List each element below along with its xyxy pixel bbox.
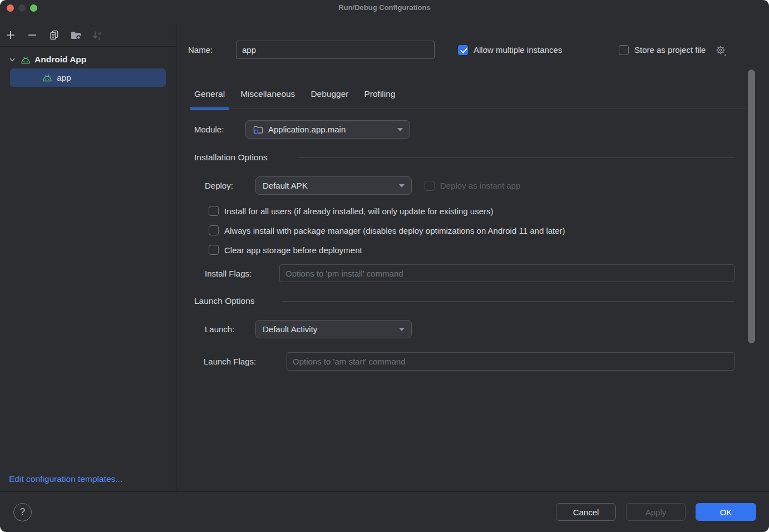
deploy-instant-app-checkbox — [425, 181, 435, 191]
deploy-value: Default APK — [263, 181, 308, 190]
tree-group-android-app[interactable]: Android App — [0, 53, 86, 66]
vertical-scrollbar-thumb[interactable] — [748, 70, 755, 343]
tree-group-label: Android App — [34, 55, 86, 65]
store-as-project-file-label: Store as project file — [634, 45, 706, 55]
edit-configuration-templates-link[interactable]: Edit configuration templates... — [9, 474, 122, 484]
tab-miscellaneous[interactable]: Miscellaneous — [236, 86, 299, 102]
installation-options-header: Installation Options — [194, 151, 268, 164]
remove-configuration-button[interactable] — [26, 29, 38, 41]
tree-item-app[interactable]: app — [10, 68, 166, 87]
store-settings-button[interactable] — [714, 44, 727, 56]
cancel-button[interactable]: Cancel — [556, 503, 616, 521]
install-flags-row: Install Flags: — [205, 264, 252, 282]
question-mark-icon: ? — [20, 506, 25, 518]
dropdown-caret-icon — [399, 328, 405, 331]
always-install-package-manager-checkbox[interactable] — [209, 225, 219, 235]
configuration-editor: Name: Allow multiple instances Store as … — [176, 23, 769, 491]
tab-debugger-label: Debugger — [310, 89, 348, 99]
installation-options-divider — [299, 157, 735, 158]
minus-icon — [26, 29, 38, 41]
module-value: Application.app.main — [268, 125, 346, 134]
launch-options-divider — [282, 301, 735, 302]
install-all-users-checkbox[interactable] — [209, 206, 219, 216]
sidebar-toolbar: a z — [0, 23, 176, 47]
store-as-project-file-option: Store as project file — [619, 41, 727, 59]
gear-icon — [714, 44, 727, 56]
ok-button[interactable]: OK — [696, 503, 756, 521]
tab-debugger[interactable]: Debugger — [306, 86, 353, 102]
tab-miscellaneous-label: Miscellaneous — [240, 89, 295, 99]
always-install-package-manager-option: Always install with package manager (dis… — [209, 224, 565, 237]
add-configuration-button[interactable] — [4, 29, 17, 41]
allow-multiple-instances-checkbox[interactable] — [458, 45, 468, 55]
tab-general[interactable]: General — [190, 86, 229, 102]
module-dropdown[interactable]: Application.app.main — [245, 120, 410, 139]
svg-text:a: a — [98, 29, 101, 35]
clear-app-storage-checkbox[interactable] — [209, 245, 219, 255]
titlebar: Run/Debug Configurations — [0, 0, 769, 23]
deploy-instant-app-option: Deploy as instant app — [425, 176, 520, 195]
tree-item-label: app — [57, 73, 71, 83]
launch-row: Launch: — [205, 320, 234, 338]
new-folder-icon — [70, 29, 82, 41]
sort-az-icon: a z — [91, 29, 103, 41]
deploy-instant-app-label: Deploy as instant app — [440, 181, 520, 190]
tab-strip-divider — [190, 109, 746, 109]
new-folder-button[interactable] — [70, 29, 82, 41]
configurations-sidebar: a z Android App app Edit configuration t… — [0, 23, 176, 491]
clear-app-storage-option: Clear app storage before deployment — [209, 244, 362, 256]
run-debug-configurations-dialog: Run/Debug Configurations — [0, 0, 769, 532]
allow-multiple-instances-label: Allow multiple instances — [474, 45, 562, 55]
deploy-dropdown[interactable]: Default APK — [255, 176, 412, 195]
deploy-row: Deploy: — [205, 176, 233, 195]
window-title: Run/Debug Configurations — [0, 3, 769, 12]
footer-buttons: Cancel Apply OK — [556, 503, 756, 521]
tab-profiling-label: Profiling — [364, 89, 395, 99]
launch-flags-row: Launch Flags: — [204, 352, 256, 371]
tab-profiling[interactable]: Profiling — [359, 86, 400, 102]
launch-flags-input[interactable] — [287, 352, 735, 371]
module-row: Module: — [194, 120, 224, 139]
android-icon — [20, 55, 31, 65]
tab-bar: General Miscellaneous Debugger Profiling — [190, 86, 406, 102]
install-flags-label: Install Flags: — [205, 269, 252, 278]
tab-general-label: General — [194, 89, 225, 99]
install-all-users-option: Install for all users (if already instal… — [209, 205, 494, 217]
copy-icon — [48, 29, 60, 41]
allow-multiple-instances-option: Allow multiple instances — [458, 41, 562, 59]
name-label: Name: — [188, 45, 213, 55]
deploy-label: Deploy: — [205, 181, 233, 190]
store-as-project-file-checkbox[interactable] — [619, 45, 629, 55]
launch-value: Default Activity — [263, 324, 317, 334]
android-icon — [42, 73, 53, 82]
launch-options-header: Launch Options — [194, 295, 255, 307]
help-button[interactable]: ? — [13, 503, 32, 521]
apply-button: Apply — [626, 503, 686, 521]
install-flags-input[interactable] — [279, 264, 735, 282]
plus-icon — [4, 29, 17, 41]
install-all-users-label: Install for all users (if already instal… — [224, 206, 494, 216]
name-row: Name: — [188, 41, 213, 59]
launch-dropdown[interactable]: Default Activity — [255, 320, 412, 338]
launch-flags-label: Launch Flags: — [204, 357, 256, 366]
always-install-package-manager-label: Always install with package manager (dis… — [224, 226, 565, 235]
dropdown-caret-icon — [399, 184, 405, 188]
dropdown-caret-icon — [397, 128, 403, 131]
name-input[interactable] — [236, 41, 435, 59]
svg-text:z: z — [98, 35, 101, 41]
chevron-down-icon — [8, 55, 17, 64]
module-folder-icon — [253, 124, 264, 135]
sort-configurations-button[interactable]: a z — [91, 29, 103, 41]
dialog-footer: ? Cancel Apply OK — [0, 491, 769, 532]
module-label: Module: — [194, 125, 224, 134]
launch-label: Launch: — [205, 324, 234, 334]
clear-app-storage-label: Clear app storage before deployment — [224, 245, 362, 255]
copy-configuration-button[interactable] — [48, 29, 60, 41]
